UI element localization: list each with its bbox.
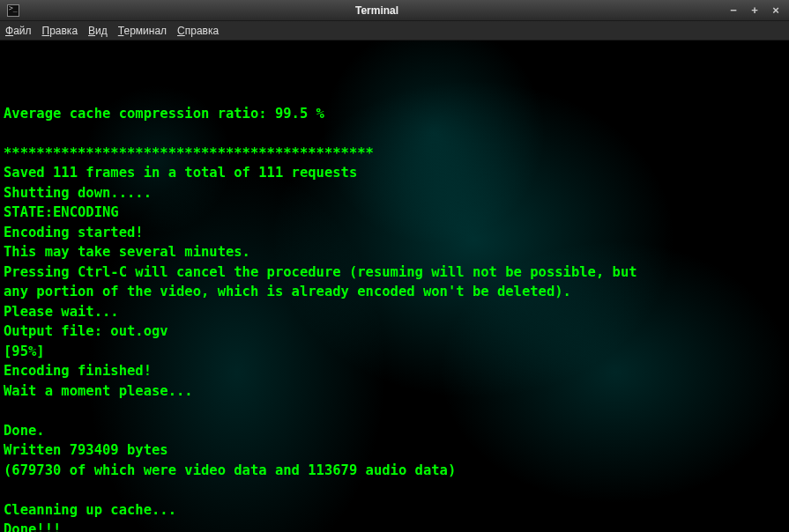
- maximize-button[interactable]: +: [748, 4, 761, 17]
- output-line: (679730 of which were video data and 113…: [4, 461, 785, 481]
- menu-view-rest: ид: [95, 25, 108, 37]
- output-line: [4, 401, 785, 421]
- output-line: This may take several minutes.: [4, 242, 785, 262]
- menu-file[interactable]: Файл: [5, 25, 32, 37]
- titlebar[interactable]: Terminal − + ×: [0, 0, 789, 21]
- menu-file-rest: айл: [13, 25, 31, 37]
- output-line: Done!!!: [4, 520, 785, 532]
- output-line: Output file: out.ogv: [4, 321, 785, 342]
- menu-terminal[interactable]: Терминал: [118, 25, 167, 37]
- output-line: STATE:ENCODING: [4, 203, 785, 223]
- menubar: Файл Правка Вид Терминал Справка: [0, 21, 789, 41]
- output-line: ****************************************…: [4, 144, 785, 164]
- close-button[interactable]: ×: [770, 4, 782, 17]
- output-line: Written 793409 bytes: [4, 440, 785, 461]
- output-line: Please wait...: [4, 302, 785, 322]
- menu-terminal-rest: ерминал: [123, 25, 167, 37]
- output-line: [4, 123, 785, 144]
- terminal-icon: [7, 4, 19, 17]
- output-line: Encoding started!: [4, 223, 785, 243]
- output-line: Encoding finished!: [4, 361, 785, 381]
- output-line: Pressing Ctrl-C will cancel the procedur…: [4, 262, 785, 283]
- menu-edit-rest: равка: [49, 25, 78, 37]
- output-line: Average cache compression ratio: 99.5 %: [4, 104, 785, 124]
- menu-help[interactable]: Справка: [177, 25, 219, 37]
- output-line: Cleanning up cache...: [4, 500, 785, 521]
- output-line: Shutting down.....: [4, 183, 785, 203]
- terminal-output[interactable]: Average cache compression ratio: 99.5 % …: [0, 41, 789, 532]
- output-line: any portion of the video, which is alrea…: [4, 282, 785, 302]
- output-line: Done.: [4, 421, 785, 441]
- menu-help-rest: правка: [185, 25, 219, 37]
- window-controls: − + ×: [727, 4, 782, 17]
- menu-view[interactable]: Вид: [88, 25, 108, 37]
- output-line: Saved 111 frames in a total of 111 reque…: [4, 163, 785, 183]
- output-line: Wait a moment please...: [4, 381, 785, 402]
- output-line: [4, 480, 785, 500]
- window-title: Terminal: [26, 4, 727, 17]
- terminal-window: Terminal − + × Файл Правка Вид Терминал …: [0, 0, 789, 532]
- minimize-button[interactable]: −: [727, 4, 740, 17]
- menu-edit[interactable]: Правка: [42, 25, 78, 37]
- output-line: [95%]: [4, 342, 785, 362]
